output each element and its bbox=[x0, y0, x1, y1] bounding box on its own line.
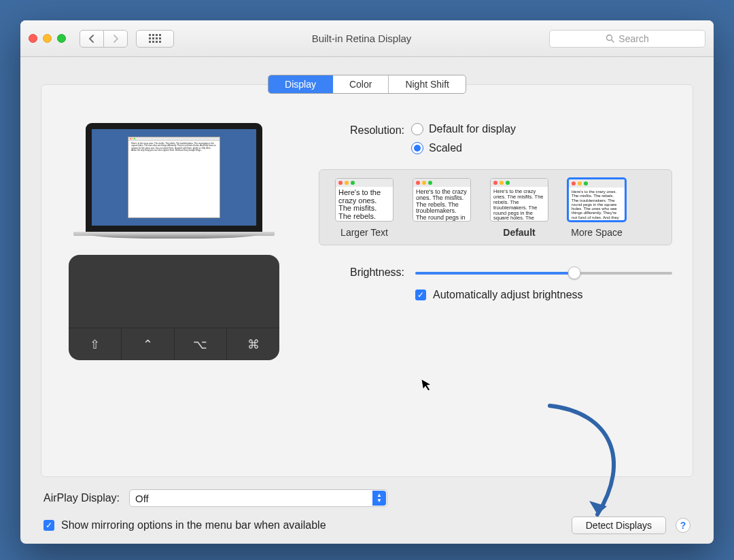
display-panel: Display Color Night Shift Here's to the … bbox=[41, 84, 693, 477]
controls-column: Resolution: Default for display Scaled bbox=[316, 123, 672, 360]
select-stepper-icon: ▲▼ bbox=[372, 491, 386, 506]
checkbox-checked-icon: ✓ bbox=[415, 290, 426, 300]
brightness-slider[interactable] bbox=[415, 266, 672, 279]
search-input[interactable]: Search bbox=[549, 30, 705, 48]
window-controls bbox=[29, 34, 66, 43]
scale-caption: Default bbox=[503, 227, 535, 238]
help-button[interactable]: ? bbox=[676, 518, 691, 533]
touchbar-preview: ⇧ ⌃ ⌥ ⌘ bbox=[69, 255, 279, 360]
window-title: Built-in Retina Display bbox=[182, 33, 541, 44]
chevron-right-icon bbox=[112, 35, 119, 43]
scale-caption: Larger Text bbox=[340, 227, 388, 238]
tab-night-shift[interactable]: Night Shift bbox=[389, 75, 466, 93]
search-placeholder: Search bbox=[618, 33, 648, 44]
airplay-row: AirPlay Display: Off ▲▼ bbox=[43, 489, 691, 507]
search-icon bbox=[606, 34, 614, 43]
cursor-icon bbox=[421, 377, 436, 398]
airplay-label: AirPlay Display: bbox=[43, 492, 120, 504]
slider-knob-icon[interactable] bbox=[568, 266, 581, 279]
footer: AirPlay Display: Off ▲▼ ✓ Show mirroring… bbox=[41, 477, 693, 534]
macbook-preview: Here's to the crazy ones. The misfits. T… bbox=[86, 123, 262, 236]
scale-caption: More Space bbox=[571, 227, 622, 238]
brightness-row: Brightness: bbox=[316, 266, 672, 279]
grid-icon bbox=[149, 34, 161, 43]
chevron-left-icon bbox=[88, 35, 95, 43]
content: Display Color Night Shift Here's to the … bbox=[20, 57, 714, 544]
airplay-select[interactable]: Off ▲▼ bbox=[129, 489, 387, 507]
option-key-icon: ⌥ bbox=[175, 328, 228, 360]
scale-option-larger-text[interactable]: Here's to the crazy ones. The misfits. T… bbox=[335, 178, 394, 222]
radio-default-for-display[interactable]: Default for display bbox=[411, 123, 516, 135]
detect-displays-button[interactable]: Detect Displays bbox=[572, 517, 666, 534]
minimize-icon[interactable] bbox=[43, 34, 52, 43]
show-all-button[interactable] bbox=[136, 30, 174, 48]
show-mirroring-checkbox[interactable]: ✓ Show mirroring options in the menu bar… bbox=[43, 519, 326, 531]
radio-scaled[interactable]: Scaled bbox=[411, 142, 516, 154]
toolbar: Built-in Retina Display Search bbox=[20, 20, 714, 57]
checkbox-checked-icon: ✓ bbox=[43, 520, 54, 531]
tab-display[interactable]: Display bbox=[268, 75, 333, 93]
back-button[interactable] bbox=[80, 30, 104, 48]
preview-column: Here's to the crazy ones. The misfits. T… bbox=[62, 123, 286, 360]
control-key-icon: ⌃ bbox=[122, 328, 175, 360]
scaled-resolution-strip: Here's to the crazy ones. The misfits. T… bbox=[319, 169, 672, 245]
radio-icon bbox=[411, 123, 423, 135]
resolution-row: Resolution: Default for display Scaled bbox=[316, 123, 672, 154]
forward-button[interactable] bbox=[103, 30, 128, 48]
segmented-tabs: Display Color Night Shift bbox=[268, 75, 466, 94]
radio-icon bbox=[411, 142, 423, 154]
close-icon[interactable] bbox=[29, 34, 37, 43]
preferences-window: Built-in Retina Display Search Display C… bbox=[20, 20, 714, 544]
scale-option-2[interactable]: Here's to the crazy ones. The misfits. T… bbox=[413, 178, 471, 222]
tab-color[interactable]: Color bbox=[333, 75, 389, 93]
brightness-label: Brightness: bbox=[316, 266, 404, 279]
scale-option-default[interactable]: Here's to the crazy ones. The misfits. T… bbox=[490, 178, 548, 222]
resolution-label: Resolution: bbox=[316, 123, 404, 137]
shift-key-icon: ⇧ bbox=[69, 328, 122, 360]
scale-option-more-space[interactable]: Here's to the crazy ones. The misfits. T… bbox=[567, 178, 626, 222]
nav-buttons bbox=[80, 30, 128, 48]
svg-line-1 bbox=[612, 40, 614, 43]
zoom-icon[interactable] bbox=[57, 34, 66, 43]
auto-brightness-checkbox[interactable]: ✓ Automatically adjust brightness bbox=[415, 289, 672, 301]
command-key-icon: ⌘ bbox=[227, 328, 279, 360]
